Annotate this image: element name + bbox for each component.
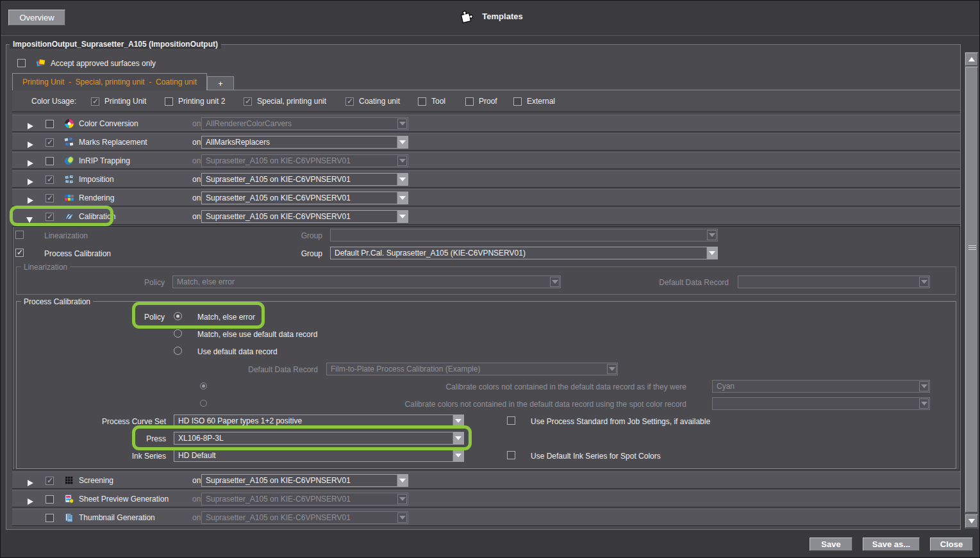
linearization-checkbox[interactable] <box>15 231 24 239</box>
process-calibration-group-dropdown[interactable]: Default Pr.Cal. Suprasetter_A105 (KIE-C6… <box>330 247 718 259</box>
row-checkbox[interactable] <box>46 495 54 504</box>
dropdown-arrow-icon[interactable] <box>453 450 463 461</box>
templates-window: Overview Templates ImpositionOutput_Supr… <box>0 0 980 558</box>
linearization-policy-dropdown[interactable]: Match, else error <box>172 275 561 288</box>
vertical-scrollbar[interactable] <box>964 51 979 529</box>
row-checkbox[interactable] <box>46 157 54 165</box>
color-usage-coating-unit-checkbox[interactable] <box>345 97 354 106</box>
row-checkbox[interactable] <box>46 194 54 202</box>
add-tab-button[interactable]: + <box>207 76 234 90</box>
color-usage-printing-unit-checkbox[interactable] <box>91 97 99 106</box>
row-checkbox[interactable] <box>46 477 54 485</box>
dropdown-arrow-icon[interactable] <box>397 174 408 185</box>
footer-bar: Save Save as... Close <box>1 531 979 558</box>
thumbnail-dropdown[interactable]: Suprasetter_A105 on KIE-C6VPNSERV01 <box>201 511 408 524</box>
process-curve-set-dropdown[interactable]: HD ISO 60 Paper types 1+2 positive <box>174 414 464 427</box>
color-usage-proof-checkbox[interactable] <box>465 97 474 106</box>
rendering-dropdown[interactable]: Suprasetter_A105 on KIE-C6VPNSERV01 <box>201 192 408 204</box>
color-conversion-dropdown[interactable]: AllRendererColorCarvers <box>201 117 408 130</box>
policy-use-default-radio[interactable] <box>174 347 182 355</box>
calibrate-spot-record-dropdown[interactable] <box>712 397 930 410</box>
process-calibration-checkbox[interactable] <box>15 249 24 257</box>
dropdown-arrow-icon[interactable] <box>550 277 560 287</box>
use-default-ink-checkbox[interactable] <box>507 451 515 459</box>
calibration-dropdown[interactable]: Suprasetter_A105 on KIE-C6VPNSERV01 <box>201 210 408 223</box>
default-data-record-dropdown[interactable]: Film-to-Plate Process Calibration (Examp… <box>326 363 618 375</box>
imposition-dropdown[interactable]: Suprasetter_A105 on KIE-C6VPNSERV01 <box>201 173 408 186</box>
press-dropdown[interactable]: XL106-8P-3L <box>174 432 464 445</box>
accept-approved-checkbox[interactable] <box>17 59 26 67</box>
save-as-button[interactable]: Save as... <box>863 537 920 551</box>
dropdown-arrow-icon[interactable] <box>397 211 408 222</box>
scrollbar-thumb[interactable] <box>965 67 978 513</box>
dropdown-arrow-icon[interactable] <box>919 398 929 409</box>
dropdown-arrow-icon[interactable] <box>607 364 617 374</box>
calibrate-as-if-color-dropdown[interactable]: Cyan <box>712 380 930 393</box>
dropdown-arrow-icon[interactable] <box>397 192 408 204</box>
row-checkbox[interactable] <box>46 213 54 221</box>
row-checkbox[interactable] <box>46 138 54 147</box>
row-checkbox[interactable] <box>46 176 54 184</box>
dropdown-arrow-icon[interactable] <box>453 415 463 427</box>
row-sheet-preview-generation: Sheet Preview Generation on Suprasetter_… <box>12 490 960 507</box>
expand-arrow-icon[interactable] <box>28 120 33 132</box>
save-button[interactable]: Save <box>810 537 852 551</box>
dropdown-arrow-icon[interactable] <box>707 230 717 240</box>
color-usage-option-label: Printing unit 2 <box>178 97 225 106</box>
dropdown-arrow-icon[interactable] <box>919 277 929 287</box>
close-button[interactable]: Close <box>930 537 973 551</box>
dropdown-arrow-icon[interactable] <box>397 513 407 523</box>
scroll-up-button[interactable] <box>965 53 978 66</box>
row-checkbox[interactable] <box>46 120 54 128</box>
policy-match-else-error-radio[interactable] <box>174 312 182 320</box>
scroll-down-button[interactable] <box>965 514 978 528</box>
arrow-down-icon <box>968 519 975 523</box>
expand-arrow-icon[interactable] <box>28 496 33 507</box>
color-usage-external-checkbox[interactable] <box>513 97 522 106</box>
calibrate-as-if-radio[interactable] <box>200 382 207 390</box>
expand-arrow-icon[interactable] <box>28 139 33 151</box>
expand-arrow-icon[interactable] <box>28 477 33 489</box>
dropdown-arrow-icon[interactable] <box>919 381 929 391</box>
calibrate-spot-radio[interactable] <box>200 400 207 407</box>
color-usage-option-label: Printing Unit <box>104 97 146 106</box>
dropdown-arrow-icon[interactable] <box>397 156 407 166</box>
expand-arrow-icon[interactable] <box>28 158 33 169</box>
color-usage-option-label: Proof <box>479 97 497 106</box>
expand-arrow-icon[interactable] <box>28 195 33 206</box>
row-inrip-trapping: InRIP Trapping on Suprasetter_A105 on KI… <box>12 152 960 169</box>
row-on-label: on <box>192 212 201 221</box>
calibrate-spot-label: Calibrate colors not contained in the de… <box>257 400 686 409</box>
group-label: Group <box>284 249 322 258</box>
linearization-group-dropdown[interactable] <box>330 229 718 242</box>
color-usage-printing-unit-2-checkbox[interactable] <box>165 97 173 106</box>
color-usage-tool-checkbox[interactable] <box>418 97 426 106</box>
dropdown-arrow-icon[interactable] <box>397 136 408 148</box>
linearization-label: Linearization <box>44 231 88 240</box>
dropdown-arrow-icon[interactable] <box>397 475 408 486</box>
row-label: Thumbnail Generation <box>79 513 155 522</box>
screening-icon <box>64 475 74 486</box>
tab-printing-units[interactable]: Printing Unit - Special, printing unit -… <box>12 73 207 90</box>
collapse-arrow-icon[interactable] <box>26 214 33 226</box>
dropdown-arrow-icon[interactable] <box>453 432 463 444</box>
sheet-preview-dropdown[interactable]: Suprasetter_A105 on KIE-C6VPNSERV01 <box>201 493 408 505</box>
linearization-ddr-dropdown[interactable] <box>738 275 930 288</box>
policy-match-else-default-radio[interactable] <box>174 329 182 338</box>
overview-button[interactable]: Overview <box>8 10 65 26</box>
inrip-trapping-dropdown[interactable]: Suprasetter_A105 on KIE-C6VPNSERV01 <box>201 154 408 167</box>
screening-dropdown[interactable]: Suprasetter_A105 on KIE-C6VPNSERV01 <box>201 474 408 487</box>
top-bar: Overview Templates <box>1 1 979 36</box>
sheet-preview-icon <box>64 494 74 504</box>
use-process-standard-checkbox[interactable] <box>507 416 515 425</box>
process-curve-set-label: Process Curve Set <box>83 417 166 426</box>
marks-replacement-dropdown[interactable]: AllMarksReplacers <box>201 136 408 149</box>
color-usage-special-printing-unit-checkbox[interactable] <box>244 97 252 106</box>
ink-series-dropdown[interactable]: HD Default <box>174 449 464 462</box>
expand-arrow-icon[interactable] <box>28 176 33 188</box>
dropdown-arrow-icon[interactable] <box>706 247 717 259</box>
dropdown-arrow-icon[interactable] <box>397 119 407 129</box>
policy-option-label: Use default data record <box>197 347 278 356</box>
dropdown-arrow-icon[interactable] <box>397 494 407 504</box>
row-checkbox[interactable] <box>46 514 54 522</box>
